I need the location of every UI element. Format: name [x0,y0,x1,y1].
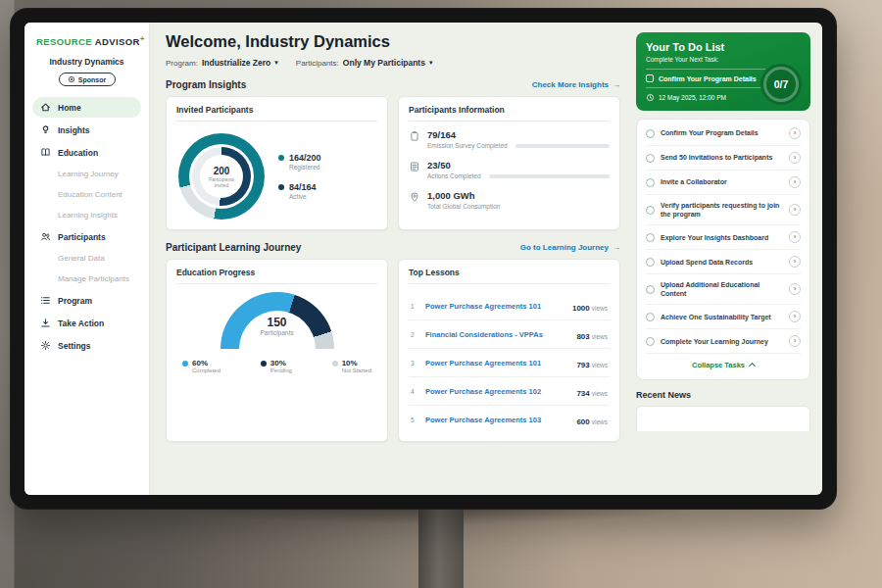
task-checkbox[interactable] [646,258,655,267]
task-row-send-invitations[interactable]: Send 50 Invitations to Participants › [646,146,801,171]
todo-summary-card: Your To Do List Complete Your Next Task:… [636,32,810,111]
todo-panel: Your To Do List Complete Your Next Task:… [630,23,822,495]
task-row-upload-spend-data[interactable]: Upload Spend Data Records › [646,250,801,274]
task-checkbox[interactable] [646,178,655,187]
task-row-invite-collaborator[interactable]: Invite a Collaborator › [646,171,801,195]
go-to-learning-journey-link[interactable]: Go to Learning Journey → [520,243,620,252]
lesson-link[interactable]: Financial Considerations - VPPAs [425,330,569,339]
invited-participants-card: Invited Participants 200 Participants In… [166,96,388,230]
program-filter-dropdown[interactable]: Program: Industrialize Zero ▾ [166,58,278,68]
info-row-actions: 23/50 Actions Completed [409,160,610,179]
lightbulb-icon [40,124,51,135]
recent-news-title: Recent News [636,390,810,400]
sidebar-item-learning-insights[interactable]: Learning Insights [32,206,141,224]
lesson-row[interactable]: 1 Power Purchase Agreements 101 1000view… [409,292,610,320]
chevron-right-icon[interactable]: › [789,283,801,295]
lesson-row[interactable]: 3 Power Purchase Agreements 101 793views [409,349,610,377]
chevron-right-icon[interactable]: › [789,127,801,139]
task-row-achieve-target[interactable]: Achieve One Sustainability Target › [646,305,801,329]
sidebar-item-label: Settings [58,341,91,351]
arrow-right-icon: → [612,80,620,89]
legend-dot [261,361,267,367]
task-row-complete-learning-journey[interactable]: Complete Your Learning Journey › [646,329,801,354]
task-row-upload-educational-content[interactable]: Upload Additional Educational Content › [646,274,801,305]
logo-part2: ADVISOR [95,36,140,47]
list-icon [40,295,51,306]
lesson-link[interactable]: Power Purchase Agreements 103 [425,416,569,424]
task-row-explore-insights[interactable]: Explore Your Insights Dashboard › [646,225,801,250]
sidebar-item-label: Program [58,296,92,306]
participants-filter-value: Only My Participants [343,58,425,68]
sidebar-item-program[interactable]: Program [32,290,141,311]
task-label: Confirm Your Program Details [661,128,783,137]
monitor-stand [418,508,464,588]
task-checkbox[interactable] [646,154,655,163]
lesson-views: 803 [576,332,589,341]
task-checkbox[interactable] [646,206,655,215]
sidebar-item-label: Take Action [58,318,104,328]
target-icon [68,75,75,83]
sidebar-item-learning-journey[interactable]: Learning Journey [32,165,141,183]
chevron-right-icon[interactable]: › [789,204,801,216]
todo-next-task-row[interactable]: Confirm Your Program Details [646,69,765,82]
collapse-tasks-button[interactable]: Collapse Tasks [646,354,801,377]
sidebar-item-manage-participants[interactable]: Manage Participants [32,270,141,288]
progress-bar [515,144,610,148]
lesson-rank: 1 [411,303,418,310]
sidebar-item-label: Manage Participants [58,274,129,283]
legend-dot [332,361,338,367]
info-row-consumption: 1,000 GWh Total Global Consumption [409,190,610,210]
sidebar-item-education[interactable]: Education [32,142,141,163]
lesson-row[interactable]: 4 Power Purchase Agreements 102 734views [409,377,610,406]
sidebar-item-general-data[interactable]: General Data [32,249,141,268]
link-label: Go to Learning Journey [520,243,609,252]
participants-filter-dropdown[interactable]: Participants: Only My Participants ▾ [296,58,433,68]
main-content: Welcome, Industry Dynamics Program: Indu… [150,23,630,495]
location-pin-icon [409,191,420,203]
task-row-verify-participants[interactable]: Verify participants requesting to join t… [646,195,801,225]
donut-center-label: Participants Invited [204,176,239,188]
sidebar-item-home[interactable]: Home [32,97,141,118]
legend-dot [278,184,284,190]
task-checkbox[interactable] [646,129,655,138]
task-row-confirm-program[interactable]: Confirm Your Program Details › [646,122,801,146]
check-more-insights-link[interactable]: Check More Insights → [532,80,620,89]
task-checkbox[interactable] [646,233,655,242]
todo-task-list: Confirm Your Program Details › Send 50 I… [636,119,810,380]
legend-dot [278,155,284,161]
legend-value: 84/164 [289,182,317,192]
chevron-right-icon[interactable]: › [789,176,801,188]
sidebar-item-participants[interactable]: Participants [32,226,141,247]
task-checkbox[interactable] [646,337,655,346]
section-title-program-insights: Program Insights [166,79,246,90]
legend-dot [182,361,188,367]
chevron-right-icon[interactable]: › [789,256,801,268]
sidebar-item-label: Education Content [58,190,122,199]
desk-background: RESOURCE ADVISOR+ Industry Dynamics Spon… [0,0,882,588]
checkbox[interactable] [646,74,654,82]
legend-label: Registered [289,164,321,171]
sidebar-item-settings[interactable]: Settings [32,335,141,356]
gauge-center-label: Participants [220,329,334,336]
chevron-right-icon[interactable]: › [789,152,801,164]
info-value: 79/164 [427,129,610,140]
lesson-link[interactable]: Power Purchase Agreements 102 [425,387,569,396]
lesson-row[interactable]: 2 Financial Considerations - VPPAs 803vi… [409,320,610,349]
sidebar-item-insights[interactable]: Insights [32,120,141,140]
program-filter-value: Industrialize Zero [202,58,270,68]
chevron-right-icon[interactable]: › [789,335,801,347]
sponsor-badge-label: Sponsor [78,76,106,83]
sidebar-item-education-content[interactable]: Education Content [32,185,141,204]
lesson-row[interactable]: 5 Power Purchase Agreements 103 600views [409,406,610,433]
lesson-link[interactable]: Power Purchase Agreements 101 [425,359,569,368]
collapse-label: Collapse Tasks [692,361,745,369]
sidebar-item-label: Insights [58,125,90,135]
task-checkbox[interactable] [646,285,655,294]
task-checkbox[interactable] [646,313,655,321]
progress-bar [489,174,610,178]
info-value: 23/50 [427,160,610,171]
lesson-link[interactable]: Power Purchase Agreements 101 [425,302,565,311]
sidebar-item-take-action[interactable]: Take Action [32,313,141,333]
chevron-right-icon[interactable]: › [789,311,801,322]
chevron-right-icon[interactable]: › [789,231,801,243]
